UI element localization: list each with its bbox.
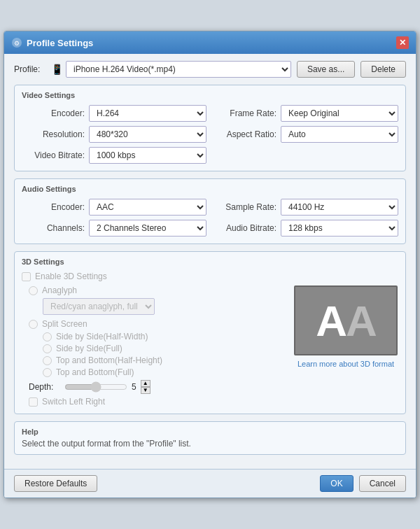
split-screen-label: Split Screen <box>42 319 88 329</box>
audio-settings-title: Audio Settings <box>22 185 398 193</box>
audio-settings-grid: Encoder: AAC Sample Rate: 44100 Hz Chann… <box>22 199 398 237</box>
audio-bitrate-select[interactable]: 128 kbps <box>281 220 398 237</box>
resolution-label: Resolution: <box>22 129 85 139</box>
top-bottom-half-row: Top and Bottom(Half-Height) <box>43 355 286 365</box>
video-settings-grid: Encoder: H.264 Frame Rate: Keep Original… <box>22 105 398 164</box>
aspect-ratio-select[interactable]: Auto <box>281 126 398 143</box>
switch-left-right-row: Switch Left Right <box>29 397 286 407</box>
three-d-title: 3D Settings <box>22 258 398 266</box>
side-by-half-radio[interactable] <box>43 332 52 341</box>
help-text: Select the output format from the "Profi… <box>22 439 398 449</box>
enable-3d-row: Enable 3D Settings <box>22 271 398 281</box>
close-button[interactable]: ✕ <box>396 36 409 49</box>
delete-button[interactable]: Delete <box>360 61 406 78</box>
enable-3d-label: Enable 3D Settings <box>35 271 107 281</box>
help-title: Help <box>22 428 398 436</box>
phone-icon: 📱 <box>51 64 63 75</box>
audio-bitrate-row: Audio Bitrate: 128 kbps <box>214 220 398 237</box>
sample-rate-row: Sample Rate: 44100 Hz <box>214 199 398 216</box>
profile-row: Profile: 📱 iPhone H.264 Video(*.mp4) Sav… <box>14 61 406 78</box>
dialog-footer: Restore Defaults OK Cancel <box>4 469 416 498</box>
title-bar-left: ⚙ Profile Settings <box>11 37 93 48</box>
anaglyph-radio[interactable] <box>29 286 38 295</box>
learn-more-link[interactable]: Learn more about 3D format <box>298 360 394 368</box>
frame-rate-select[interactable]: Keep Original <box>281 105 398 122</box>
top-bottom-half-radio[interactable] <box>43 356 52 365</box>
top-bottom-full-row: Top and Bottom(Full) <box>43 367 286 377</box>
audio-bitrate-label: Audio Bitrate: <box>214 223 276 233</box>
three-d-preview-area: AA Learn more about 3D format <box>293 285 398 407</box>
channels-label: Channels: <box>22 223 85 233</box>
aa-preview: AA <box>294 285 398 355</box>
encoder-label: Encoder: <box>22 108 85 118</box>
dialog-title: Profile Settings <box>27 38 93 48</box>
frame-rate-row: Frame Rate: Keep Original <box>214 105 398 122</box>
split-screen-radio[interactable] <box>29 320 38 329</box>
audio-encoder-row: Encoder: AAC <box>22 199 206 216</box>
help-section: Help Select the output format from the "… <box>14 421 406 455</box>
audio-settings-section: Audio Settings Encoder: AAC Sample Rate:… <box>14 178 406 244</box>
depth-up-button[interactable]: ▲ <box>141 380 150 387</box>
switch-left-right-label: Switch Left Right <box>42 397 105 407</box>
anaglyph-type-select[interactable]: Red/cyan anaglyph, full color <box>43 298 155 315</box>
resolution-row: Resolution: 480*320 <box>22 126 206 143</box>
frame-rate-label: Frame Rate: <box>214 108 276 118</box>
depth-slider[interactable] <box>64 381 127 393</box>
switch-left-right-checkbox[interactable] <box>29 397 38 407</box>
svg-text:⚙: ⚙ <box>14 40 20 47</box>
ok-button[interactable]: OK <box>320 475 353 492</box>
sample-rate-select[interactable]: 44100 Hz <box>281 199 398 216</box>
enable-3d-checkbox[interactable] <box>22 272 31 281</box>
depth-down-button[interactable]: ▼ <box>141 387 150 394</box>
side-by-half-row: Side by Side(Half-Width) <box>43 332 286 341</box>
profile-select-wrap: 📱 iPhone H.264 Video(*.mp4) <box>51 61 291 78</box>
profile-label: Profile: <box>14 64 46 74</box>
title-bar: ⚙ Profile Settings ✕ <box>4 31 416 54</box>
side-by-full-label: Side by Side(Full) <box>56 344 122 353</box>
aspect-ratio-row: Aspect Ratio: Auto <box>214 126 398 143</box>
video-bitrate-select[interactable]: 1000 kbps <box>89 147 206 164</box>
video-bitrate-label: Video Bitrate: <box>22 150 85 160</box>
sample-rate-label: Sample Rate: <box>214 202 276 212</box>
aa-preview-text: AA <box>316 296 376 346</box>
anaglyph-radio-row: Anaglyph <box>29 285 286 295</box>
profile-select[interactable]: iPhone H.264 Video(*.mp4) <box>66 61 291 78</box>
channels-select[interactable]: 2 Channels Stereo <box>89 220 206 237</box>
cancel-button[interactable]: Cancel <box>359 475 406 492</box>
restore-defaults-button[interactable]: Restore Defaults <box>14 475 97 492</box>
top-bottom-full-radio[interactable] <box>43 368 52 377</box>
video-settings-section: Video Settings Encoder: H.264 Frame Rate… <box>14 85 406 171</box>
dialog-body: Profile: 📱 iPhone H.264 Video(*.mp4) Sav… <box>4 54 416 469</box>
split-screen-radio-row: Split Screen <box>29 319 286 329</box>
app-icon: ⚙ <box>11 37 22 48</box>
side-by-full-row: Side by Side(Full) <box>43 344 286 353</box>
encoder-row: Encoder: H.264 <box>22 105 206 122</box>
side-by-half-label: Side by Side(Half-Width) <box>56 332 148 341</box>
video-settings-title: Video Settings <box>22 91 398 99</box>
audio-encoder-label: Encoder: <box>22 202 85 212</box>
depth-label: Depth: <box>29 382 60 392</box>
side-by-full-radio[interactable] <box>43 344 52 353</box>
three-d-left: Anaglyph Red/cyan anaglyph, full color S… <box>22 285 286 407</box>
save-as-button[interactable]: Save as... <box>297 61 355 78</box>
audio-encoder-select[interactable]: AAC <box>89 199 206 216</box>
top-bottom-half-label: Top and Bottom(Half-Height) <box>56 355 162 365</box>
aspect-ratio-label: Aspect Ratio: <box>214 129 276 139</box>
video-bitrate-row: Video Bitrate: 1000 kbps <box>22 147 206 164</box>
resolution-select[interactable]: 480*320 <box>89 126 206 143</box>
encoder-select[interactable]: H.264 <box>89 105 206 122</box>
anaglyph-label: Anaglyph <box>42 285 77 295</box>
depth-spinner: ▲ ▼ <box>141 380 150 394</box>
three-d-content: Anaglyph Red/cyan anaglyph, full color S… <box>22 285 398 407</box>
depth-row: Depth: 5 ▲ ▼ <box>29 380 286 394</box>
dialog-container: ⚙ Profile Settings ✕ Profile: 📱 iPhone H… <box>4 31 416 498</box>
depth-value: 5 <box>132 382 136 392</box>
footer-right-buttons: OK Cancel <box>320 475 406 492</box>
three-d-section: 3D Settings Enable 3D Settings Anaglyph … <box>14 251 406 414</box>
channels-row: Channels: 2 Channels Stereo <box>22 220 206 237</box>
top-bottom-full-label: Top and Bottom(Full) <box>56 367 134 377</box>
